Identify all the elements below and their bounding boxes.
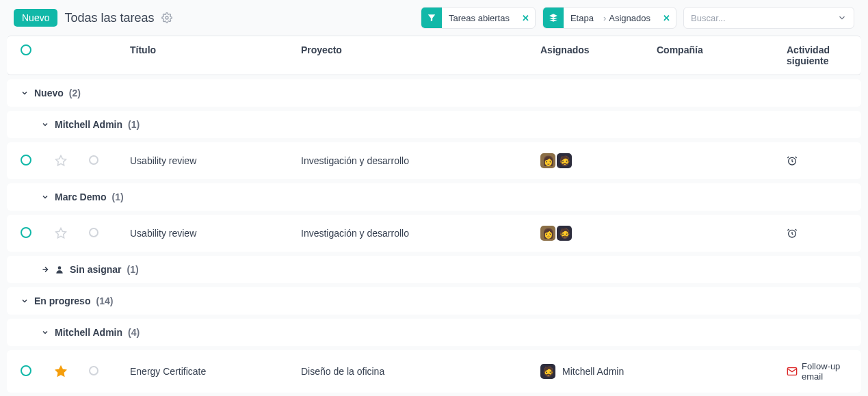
task-title: Usability review xyxy=(130,228,301,239)
svg-point-0 xyxy=(166,16,168,19)
task-row[interactable]: Energy Certificate Diseño de la oficina … xyxy=(7,350,861,393)
subgroup-label: Mitchell Admin xyxy=(55,119,122,130)
star-icon[interactable] xyxy=(55,365,89,378)
search-input[interactable] xyxy=(691,13,832,23)
avatar: 👩 xyxy=(540,226,555,241)
chevron-down-icon xyxy=(21,297,29,305)
subgroup-row-unassigned[interactable]: Sin asignar (1) xyxy=(7,256,861,283)
group-row-nuevo[interactable]: Nuevo (2) xyxy=(7,79,861,107)
assignee-avatars[interactable]: 👩 🧔 xyxy=(540,153,657,168)
col-title[interactable]: Título xyxy=(130,44,301,66)
status-indicator[interactable] xyxy=(89,366,98,375)
svg-marker-3 xyxy=(56,228,66,238)
svg-marker-1 xyxy=(56,156,66,166)
layers-icon xyxy=(543,8,564,28)
subgroup-count: (1) xyxy=(128,119,140,130)
activity-text: Follow-up email xyxy=(802,361,847,382)
col-assignees[interactable]: Asignados xyxy=(540,44,657,66)
task-title: Usability review xyxy=(130,155,301,166)
svg-marker-7 xyxy=(56,367,66,376)
select-all-radio[interactable] xyxy=(21,44,31,55)
chevron-down-icon xyxy=(41,328,49,336)
filter-chip-stage[interactable]: Etapa › Asignados ✕ xyxy=(542,7,676,29)
search-box[interactable] xyxy=(683,7,854,29)
chevron-down-icon xyxy=(21,89,29,97)
row-radio[interactable] xyxy=(21,155,31,166)
group-count: (14) xyxy=(96,295,113,306)
col-company[interactable]: Compañía xyxy=(657,44,787,66)
filter-chip-label: Tareas abiertas xyxy=(442,13,516,23)
chevron-down-icon[interactable] xyxy=(837,13,847,23)
subgroup-row-mitchell[interactable]: Mitchell Admin (1) xyxy=(7,111,861,138)
subgroup-row-marc[interactable]: Marc Demo (1) xyxy=(7,183,861,211)
funnel-icon xyxy=(421,8,442,28)
group-count: (2) xyxy=(69,88,81,98)
task-project: Diseño de la oficina xyxy=(301,366,540,377)
avatar: 👩 xyxy=(540,153,555,168)
filter-chip-label-right: Asignados xyxy=(609,13,657,23)
status-indicator[interactable] xyxy=(89,228,98,237)
task-row[interactable]: Usability review Investigación y desarro… xyxy=(7,142,861,179)
avatar: 🧔 xyxy=(557,226,572,241)
new-button[interactable]: Nuevo xyxy=(14,9,57,27)
assignee-cell[interactable]: 🧔 Mitchell Admin xyxy=(540,364,657,379)
close-icon[interactable]: ✕ xyxy=(657,13,676,23)
col-project[interactable]: Proyecto xyxy=(301,44,540,66)
avatar: 🧔 xyxy=(557,153,572,168)
close-icon[interactable]: ✕ xyxy=(516,13,535,23)
mail-icon[interactable] xyxy=(787,366,798,377)
filter-chip-label-left: Etapa xyxy=(564,13,601,23)
task-title: Energy Certificate xyxy=(130,366,301,377)
chevron-down-icon xyxy=(41,120,49,129)
chevron-down-icon xyxy=(41,193,49,201)
task-project: Investigación y desarrollo xyxy=(301,155,540,166)
subgroup-count: (4) xyxy=(128,327,140,338)
col-activity[interactable]: Actividad siguiente xyxy=(787,44,847,66)
avatar: 🧔 xyxy=(540,364,555,379)
subgroup-count: (1) xyxy=(111,192,123,202)
chevron-right-icon: › xyxy=(601,13,609,23)
table-header: Título Proyecto Asignados Compañía Activ… xyxy=(7,36,861,75)
subgroup-row-mitchell4[interactable]: Mitchell Admin (4) xyxy=(7,319,861,346)
row-radio[interactable] xyxy=(21,227,31,238)
filter-chip-open-tasks[interactable]: Tareas abiertas ✕ xyxy=(421,7,536,29)
group-label: Nuevo xyxy=(34,88,64,98)
subgroup-label: Sin asignar xyxy=(70,264,121,275)
star-icon[interactable] xyxy=(55,227,89,239)
subgroup-label: Marc Demo xyxy=(55,192,106,202)
gear-icon[interactable] xyxy=(161,12,172,23)
star-icon[interactable] xyxy=(55,155,89,167)
subgroup-label: Mitchell Admin xyxy=(55,327,122,338)
subgroup-count: (1) xyxy=(127,264,138,275)
clock-icon[interactable] xyxy=(787,228,798,239)
task-row[interactable]: Usability review Investigación y desarro… xyxy=(7,215,861,252)
clock-icon[interactable] xyxy=(787,155,798,166)
task-project: Investigación y desarrollo xyxy=(301,228,540,239)
status-indicator[interactable] xyxy=(89,155,98,165)
arrow-right-icon xyxy=(41,265,49,274)
row-radio[interactable] xyxy=(21,365,31,376)
person-icon xyxy=(55,265,64,274)
svg-point-6 xyxy=(58,266,62,269)
assignee-name: Mitchell Admin xyxy=(562,366,624,377)
group-row-progress[interactable]: En progreso (14) xyxy=(7,287,861,315)
page-title: Todas las tareas xyxy=(64,11,154,25)
group-label: En progreso xyxy=(34,295,90,306)
assignee-avatars[interactable]: 👩 🧔 xyxy=(540,226,657,241)
